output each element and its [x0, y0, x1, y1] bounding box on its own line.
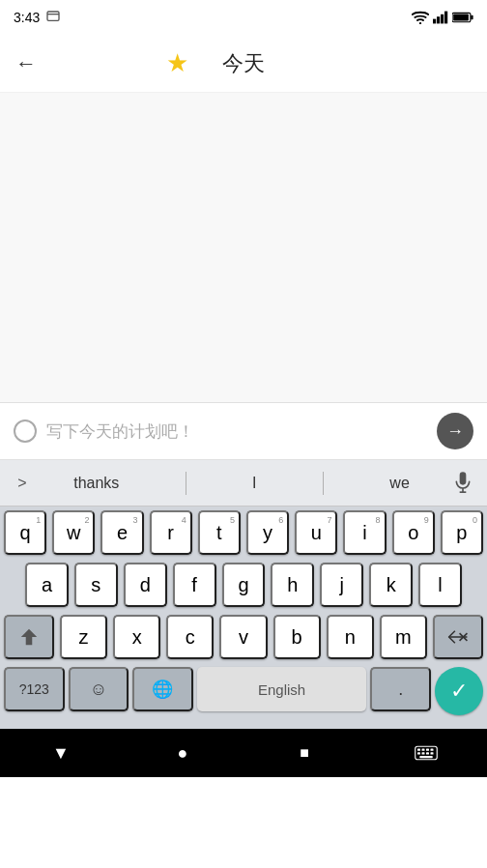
keyboard: > thanks I we 1q2w3e4r5t6y7u8i9o0p asdfg… [0, 460, 487, 729]
status-bar: 3:43 [0, 0, 487, 35]
key-j[interactable]: j [320, 563, 363, 607]
status-icons [412, 11, 473, 24]
key-e[interactable]: 3e [100, 510, 143, 555]
key-q[interactable]: 1q [4, 510, 46, 555]
key-o[interactable]: 9o [392, 510, 435, 555]
key-r[interactable]: 4r [150, 510, 192, 555]
key-rows: 1q2w3e4r5t6y7u8i9o0p asdfghjkl zxcvbnm ?… [0, 506, 487, 715]
key-number-y: 6 [278, 515, 283, 525]
input-placeholder[interactable]: 写下今天的计划吧！ [46, 420, 427, 443]
key-m[interactable]: m [380, 615, 427, 659]
key-[interactable]: 🌐 [132, 667, 193, 711]
key-number-i: 8 [376, 515, 381, 525]
suggestion-item-0[interactable]: thanks [66, 471, 127, 496]
key-shift[interactable] [4, 615, 54, 659]
time-display: 3:43 [14, 10, 40, 25]
key-row-3: zxcvbnm [4, 615, 483, 659]
key-z[interactable]: z [60, 615, 107, 659]
key-l[interactable]: l [418, 563, 462, 607]
key-number-u: 7 [327, 515, 331, 525]
bottom-nav: ▼ ● ■ [0, 729, 487, 777]
mic-button[interactable] [446, 467, 479, 500]
star-icon[interactable]: ★ [166, 48, 188, 78]
nav-back-button[interactable]: ▼ [42, 734, 80, 772]
suggestions-expand-button[interactable]: > [8, 469, 37, 498]
nav-home-icon: ● [178, 743, 188, 764]
key-[interactable]: ✓ [435, 667, 483, 715]
shift-icon [20, 627, 38, 647]
key-g[interactable]: g [222, 563, 266, 607]
suggestion-item-2[interactable]: we [382, 471, 416, 496]
suggestion-divider-2 [323, 472, 324, 495]
svg-rect-9 [460, 472, 467, 484]
svg-rect-16 [417, 749, 420, 751]
suggestions-bar: > thanks I we [0, 460, 487, 506]
key-i[interactable]: 8i [343, 510, 386, 555]
page-title: 今天 [222, 49, 265, 78]
key-n[interactable]: n [327, 615, 374, 659]
key-[interactable]: . [370, 667, 431, 711]
suggestion-divider-1 [186, 472, 186, 495]
signal-icon [433, 11, 448, 24]
input-area[interactable]: 写下今天的计划吧！ → [0, 402, 487, 460]
key-b[interactable]: b [273, 615, 321, 659]
svg-rect-20 [417, 752, 420, 754]
nav-recent-icon: ■ [300, 744, 309, 762]
svg-rect-8 [453, 14, 469, 20]
status-time-area: 3:43 [14, 10, 61, 25]
notification-icon [45, 10, 61, 25]
key-k[interactable]: k [369, 563, 413, 607]
check-circle-icon [14, 420, 37, 443]
send-icon: → [446, 421, 464, 442]
key-s[interactable]: s [74, 563, 118, 607]
svg-rect-5 [444, 12, 447, 24]
svg-rect-3 [437, 16, 440, 23]
key-y[interactable]: 6y [246, 510, 289, 555]
key-t[interactable]: 5t [198, 510, 241, 555]
key-p[interactable]: 0p [441, 510, 483, 555]
key-a[interactable]: a [25, 563, 69, 607]
key-123[interactable]: ?123 [4, 667, 65, 711]
back-button[interactable]: ← [15, 51, 37, 76]
key-row-1: 1q2w3e4r5t6y7u8i9o0p [4, 510, 483, 555]
key-c[interactable]: c [166, 615, 214, 659]
content-area [0, 93, 487, 402]
key-number-t: 5 [230, 515, 235, 525]
key-number-p: 0 [473, 515, 477, 525]
svg-rect-23 [431, 752, 434, 754]
key-number-o: 9 [424, 515, 429, 525]
key-x[interactable]: x [113, 615, 160, 659]
battery-icon [452, 12, 473, 23]
key-h[interactable]: h [271, 563, 314, 607]
expand-icon: > [17, 475, 26, 492]
suggestion-item-1[interactable]: I [244, 471, 264, 496]
backspace-icon [447, 629, 469, 645]
key-u[interactable]: 7u [295, 510, 337, 555]
key-row-4: ?123☺🌐English.✓ [4, 667, 483, 715]
nav-back-icon: ▼ [52, 743, 70, 764]
svg-rect-0 [47, 12, 59, 20]
wifi-icon [412, 11, 429, 24]
mic-icon [453, 472, 473, 495]
key-number-w: 2 [84, 515, 89, 525]
svg-rect-2 [433, 19, 436, 24]
key-number-q: 1 [36, 515, 41, 525]
key-v[interactable]: v [219, 615, 267, 659]
key-[interactable]: ☺ [69, 667, 129, 711]
key-English[interactable]: English [197, 667, 367, 711]
send-button[interactable]: → [437, 413, 473, 449]
key-f[interactable]: f [173, 563, 216, 607]
nav-keyboard-button[interactable] [407, 734, 445, 772]
key-w[interactable]: 2w [52, 510, 95, 555]
nav-home-button[interactable]: ● [163, 734, 202, 772]
svg-point-1 [419, 22, 421, 24]
key-d[interactable]: d [124, 563, 167, 607]
svg-rect-4 [441, 14, 444, 24]
svg-rect-22 [426, 752, 429, 754]
key-number-e: 3 [133, 515, 138, 525]
key-backspace[interactable] [433, 615, 483, 659]
svg-rect-21 [422, 752, 425, 754]
svg-rect-24 [419, 756, 433, 758]
nav-recent-button[interactable]: ■ [285, 734, 324, 772]
key-row-2: asdfghjkl [4, 563, 483, 607]
